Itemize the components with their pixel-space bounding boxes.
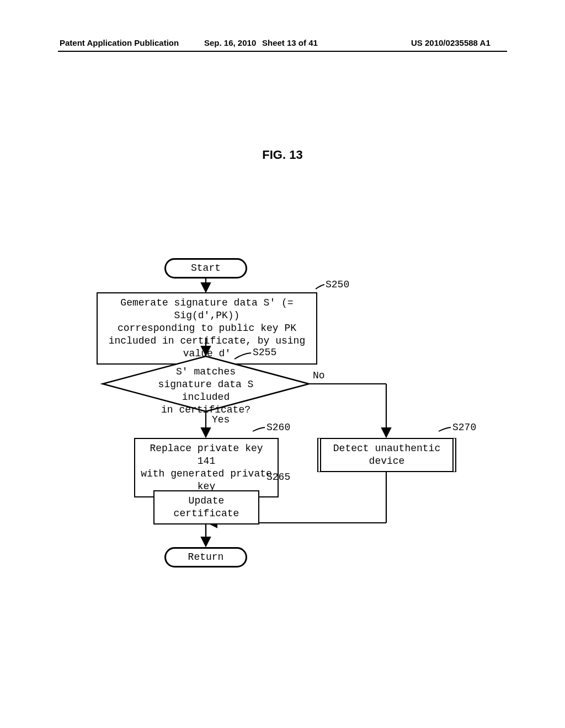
s255-line3: in certificate? [161, 404, 250, 415]
s260-line1: Replace private key 141 [150, 443, 263, 467]
edge-yes: Yes [212, 414, 230, 425]
sheet-number: Sheet 13 of 41 [262, 38, 318, 47]
step-label-s255: S255 [253, 347, 276, 358]
s270-text: Detect unauthentic device [333, 443, 440, 467]
process-s250: Gemerate signature data S' (= Sig(d',PK)… [97, 292, 317, 365]
step-label-s265: S265 [266, 472, 290, 483]
s250-line2: corresponding to public key PK [118, 323, 296, 334]
s255-line2: signature data S included [158, 379, 254, 403]
publication-type: Patent Application Publication [60, 38, 179, 47]
terminal-start: Start [164, 258, 247, 279]
step-label-s270: S270 [452, 422, 476, 433]
subprocess-s270: Detect unauthentic device [317, 438, 456, 472]
edge-no: No [313, 370, 325, 381]
header-rule [58, 51, 507, 52]
process-s265: Update certificate [153, 490, 259, 524]
figure-title: FIG. 13 [0, 148, 565, 162]
step-label-s260: S260 [266, 422, 290, 433]
s250-line1: Gemerate signature data S' (= Sig(d',PK)… [120, 297, 293, 321]
terminal-return: Return [164, 547, 247, 568]
step-label-s250: S250 [326, 279, 349, 290]
decision-s255-text: S' matches signature data S included in … [140, 366, 272, 416]
page: Patent Application Publication Sep. 16, … [0, 0, 565, 728]
publication-number: US 2010/0235588 A1 [411, 38, 491, 47]
process-s260: Replace private key 141 with generated p… [134, 438, 279, 497]
publication-date: Sep. 16, 2010 [204, 38, 256, 47]
s260-line2: with generated private key [141, 468, 272, 492]
s265-text: Update certificate [174, 495, 239, 519]
s255-line1: S' matches [176, 366, 236, 377]
